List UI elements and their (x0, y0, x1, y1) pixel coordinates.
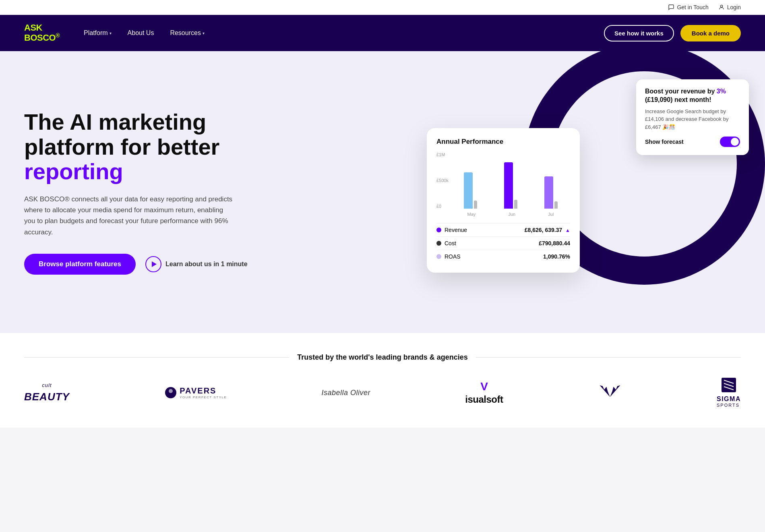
forecast-description: Increase Google Search budget by £14,106… (645, 108, 740, 131)
chart-area: £1M £500k £0 (436, 152, 570, 217)
brand-pavers: PAVERS YOUR PERFECT STYLE (164, 386, 227, 399)
legend-roas-left: ROAS (436, 253, 461, 260)
platform-chevron: ▾ (110, 31, 112, 35)
legend-roas-value: 1,090.76% (543, 253, 570, 260)
legend-cost: Cost £790,880.44 (436, 236, 570, 250)
get-in-touch-link[interactable]: Get in Touch (668, 4, 708, 10)
legend-cost-value: £790,880.44 (539, 240, 570, 246)
hero-buttons: Browse platform features Learn about us … (24, 254, 266, 275)
forecast-card: Boost your revenue by 3% (£19,090) next … (636, 79, 749, 155)
brand-wings (598, 384, 622, 402)
brand-isabella-oliver: Isabella Oliver (322, 389, 371, 397)
legend-dot-roas (436, 254, 441, 259)
resources-chevron: ▾ (203, 31, 205, 35)
brands-row: cult BEAUTY PAVERS YOUR PERFECT STYLE Is… (24, 378, 741, 408)
wings-logo-icon (598, 384, 622, 400)
bar-jul-revenue (544, 176, 553, 209)
chat-icon (668, 4, 674, 10)
trusted-line-left (24, 357, 289, 358)
hero-section: The AI marketing platform for better rep… (0, 51, 765, 333)
bar-pair-jul (544, 176, 558, 209)
forecast-percent: 3% (717, 88, 726, 95)
bar-group-jun (504, 162, 517, 209)
chart-x-labels: May Jun Jul (451, 212, 570, 217)
browse-features-button[interactable]: Browse platform features (24, 254, 136, 275)
legend-cost-left: Cost (436, 240, 456, 246)
bar-may-revenue (464, 172, 473, 209)
legend-revenue-value: £8,626, 639.37 ▲ (525, 227, 570, 233)
login-label: Login (727, 4, 741, 10)
nav-actions: See how it works Book a demo (604, 25, 741, 41)
show-forecast-row: Show forecast (645, 137, 740, 147)
legend-roas-label: ROAS (445, 253, 461, 260)
show-forecast-label: Show forecast (645, 139, 684, 145)
bar-pair-may (464, 172, 477, 209)
toggle-knob (731, 138, 739, 146)
x-label-jul: Jul (548, 212, 554, 217)
y-label-bottom: £0 (436, 204, 449, 209)
bar-group-may (464, 172, 477, 209)
hero-accent-word: reporting (24, 159, 123, 184)
nav-about-us[interactable]: About Us (128, 29, 154, 37)
bar-group-jul (544, 176, 558, 209)
bar-jun-revenue (504, 162, 513, 209)
book-demo-button[interactable]: Book a demo (680, 25, 741, 41)
get-in-touch-label: Get in Touch (677, 4, 708, 10)
video-label: Learn about us in 1 minute (165, 261, 248, 268)
x-label-jun: Jun (508, 212, 515, 217)
nav-links: Platform ▾ About Us Resources ▾ (84, 29, 604, 37)
y-label-mid: £500k (436, 178, 449, 183)
bar-jun-cost (514, 200, 517, 209)
bar-jul-cost (554, 201, 558, 209)
svg-point-0 (720, 5, 722, 7)
hero-right: Boost your revenue by 3% (£19,090) next … (266, 75, 741, 309)
hero-description: ASK BOSCO® connects all your data for ea… (24, 194, 234, 238)
forecast-toggle[interactable] (720, 137, 740, 147)
brand-visualsoft: Visualsoft (465, 380, 503, 405)
sigma-icon (722, 378, 736, 392)
see-how-it-works-button[interactable]: See how it works (604, 25, 674, 41)
legend-cost-label: Cost (445, 240, 456, 246)
hero-title: The AI marketing platform for better rep… (24, 110, 266, 184)
brand-sigma-sports: SIGMA SPORTS (717, 378, 741, 408)
chart-y-labels: £1M £500k £0 (436, 152, 449, 209)
top-bar: Get in Touch Login (0, 0, 765, 15)
up-arrow-icon: ▲ (565, 228, 570, 233)
forecast-title: Boost your revenue by 3% (£19,090) next … (645, 87, 740, 104)
pavers-icon (164, 386, 177, 399)
login-link[interactable]: Login (718, 4, 741, 10)
legend-dot-revenue (436, 228, 441, 232)
chart-bars (451, 152, 570, 209)
bar-pair-jun (504, 162, 517, 209)
dashboard-card: Annual Performance £1M £500k £0 (427, 128, 580, 273)
play-triangle-icon (152, 261, 157, 267)
logo-text: ASK BOSCO® (24, 23, 60, 43)
legend-dot-cost (436, 241, 441, 246)
logo[interactable]: ASK BOSCO® (24, 23, 60, 43)
trusted-title: Trusted by the world's leading brands & … (297, 353, 467, 362)
main-nav: ASK BOSCO® Platform ▾ About Us Resources… (0, 15, 765, 51)
learn-video-button[interactable]: Learn about us in 1 minute (145, 256, 248, 272)
chart-title: Annual Performance (436, 138, 570, 146)
trusted-section: Trusted by the world's leading brands & … (0, 333, 765, 428)
bar-may-cost (474, 201, 477, 209)
y-label-top: £1M (436, 152, 449, 157)
trusted-header: Trusted by the world's leading brands & … (24, 353, 741, 362)
x-label-may: May (467, 212, 476, 217)
legend-revenue-left: Revenue (436, 227, 467, 233)
nav-platform[interactable]: Platform ▾ (84, 29, 112, 37)
nav-resources[interactable]: Resources ▾ (170, 29, 204, 37)
legend-revenue: Revenue £8,626, 639.37 ▲ (436, 223, 570, 236)
brand-cult-beauty: cult BEAUTY (24, 382, 70, 403)
svg-point-2 (169, 389, 173, 393)
legend-revenue-label: Revenue (445, 227, 467, 233)
trusted-line-right (476, 357, 741, 358)
person-icon (718, 4, 725, 10)
play-circle (145, 256, 161, 272)
legend-roas: ROAS 1,090.76% (436, 250, 570, 263)
hero-left: The AI marketing platform for better rep… (24, 110, 266, 275)
